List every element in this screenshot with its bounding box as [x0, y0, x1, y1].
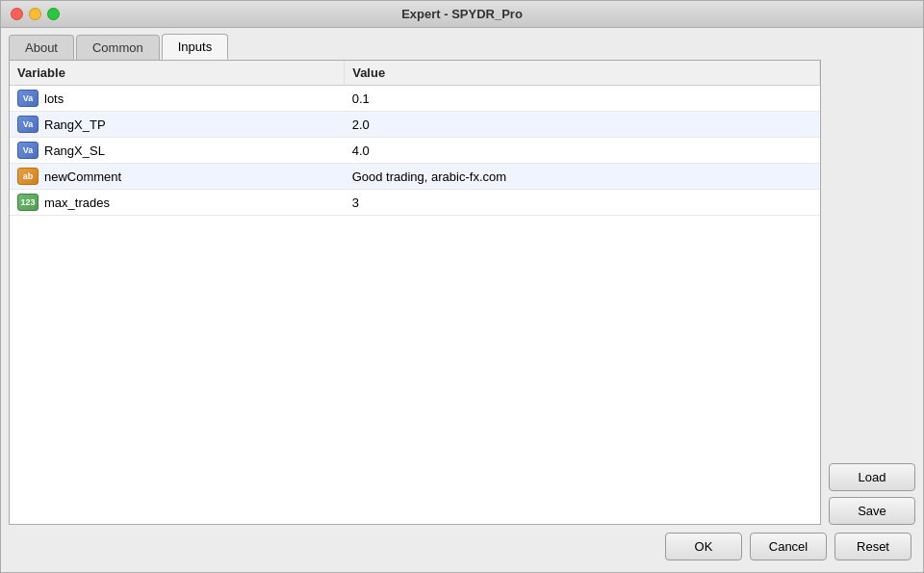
- table-row[interactable]: ab newComment Good trading, arabic-fx.co…: [10, 164, 820, 190]
- close-button[interactable]: [11, 8, 23, 20]
- main-panel: Variable Value Va lots 0.1 Va RangX_TP: [9, 60, 915, 525]
- title-bar: Expert - SPYDR_Pro: [1, 1, 923, 28]
- table-row[interactable]: Va RangX_SL 4.0: [10, 138, 820, 164]
- table-header-row: Variable Value: [10, 61, 820, 86]
- tab-common[interactable]: Common: [76, 35, 160, 60]
- variable-cell: Va RangX_SL: [10, 138, 345, 164]
- table-row[interactable]: Va RangX_TP 2.0: [10, 112, 820, 138]
- variable-cell: ab newComment: [10, 164, 345, 190]
- tab-about[interactable]: About: [9, 35, 74, 60]
- content-area: Variable Value Va lots 0.1 Va RangX_TP: [1, 60, 923, 572]
- value-cell[interactable]: Good trading, arabic-fx.com: [345, 164, 820, 190]
- save-button[interactable]: Save: [829, 497, 915, 525]
- main-window: Expert - SPYDR_Pro About Common Inputs V…: [0, 0, 924, 573]
- tab-bar: About Common Inputs: [1, 28, 923, 60]
- value-cell[interactable]: 3: [345, 190, 820, 216]
- type-icon: Va: [17, 116, 38, 133]
- type-icon: Va: [17, 90, 38, 107]
- ok-button[interactable]: OK: [665, 533, 742, 560]
- variable-name: newComment: [44, 169, 121, 184]
- window-controls: [11, 8, 60, 20]
- variables-table: Variable Value Va lots 0.1 Va RangX_TP: [10, 61, 820, 216]
- tab-inputs[interactable]: Inputs: [162, 34, 228, 60]
- variable-name: lots: [44, 91, 64, 106]
- variable-name: RangX_TP: [44, 117, 106, 132]
- minimize-button[interactable]: [29, 8, 41, 20]
- variable-cell: 123 max_trades: [10, 190, 345, 216]
- value-cell[interactable]: 4.0: [345, 138, 820, 164]
- type-icon: ab: [17, 168, 38, 185]
- cancel-button[interactable]: Cancel: [750, 533, 827, 560]
- reset-button[interactable]: Reset: [834, 533, 911, 560]
- variables-table-container: Variable Value Va lots 0.1 Va RangX_TP: [9, 60, 821, 525]
- type-icon: 123: [17, 194, 38, 211]
- col-header-variable: Variable: [10, 61, 345, 86]
- maximize-button[interactable]: [47, 8, 60, 20]
- variable-name: max_trades: [44, 195, 110, 210]
- value-cell[interactable]: 2.0: [345, 112, 820, 138]
- variable-cell: Va RangX_TP: [10, 112, 345, 138]
- variable-name: RangX_SL: [44, 143, 105, 158]
- bottom-bar: OK Cancel Reset: [9, 525, 915, 564]
- load-button[interactable]: Load: [829, 463, 915, 491]
- window-title: Expert - SPYDR_Pro: [401, 7, 523, 21]
- col-header-value: Value: [345, 61, 820, 86]
- side-buttons-panel: Load Save: [829, 60, 915, 525]
- variable-cell: Va lots: [10, 86, 345, 112]
- value-cell[interactable]: 0.1: [345, 86, 820, 112]
- table-row[interactable]: Va lots 0.1: [10, 86, 820, 112]
- table-row[interactable]: 123 max_trades 3: [10, 190, 820, 216]
- type-icon: Va: [17, 142, 38, 159]
